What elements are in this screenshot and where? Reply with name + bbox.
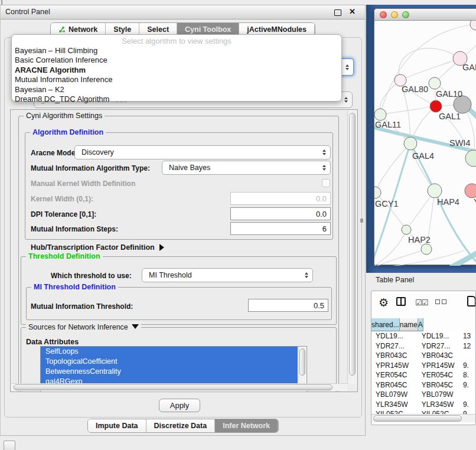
select-all-checkboxes-icon[interactable]: ☑☑ xyxy=(415,298,428,307)
table-panel: ⚙ ☑☑ shared... name A xyxy=(371,291,476,425)
attribute-label: BetweennessCentrality xyxy=(45,367,121,376)
gear-icon[interactable]: ⚙ xyxy=(379,297,389,308)
network-node[interactable] xyxy=(428,184,442,198)
bottom-tab[interactable]: Infer Network xyxy=(215,419,278,432)
close-traffic-light[interactable] xyxy=(380,11,387,18)
scrollbar-thumb[interactable] xyxy=(349,113,356,376)
bottom-tab[interactable]: Impute Data xyxy=(88,419,146,432)
popup-hint: Select algorithm to view settings xyxy=(12,37,341,46)
algorithm-option[interactable]: Mutual Information Inference xyxy=(12,75,341,84)
table-row[interactable]: YIL052C YIL052C 9. xyxy=(371,409,475,414)
scrollbar-thumb[interactable] xyxy=(299,348,305,376)
tab-label: Infer Network xyxy=(223,422,270,430)
column-header[interactable]: A xyxy=(418,318,423,331)
network-node[interactable] xyxy=(374,187,381,198)
network-node[interactable] xyxy=(470,21,476,30)
table-row[interactable]: YBR043C YBR043C xyxy=(371,351,475,361)
minimize-traffic-light[interactable] xyxy=(391,11,398,18)
table-row[interactable]: YBR045C YBR045C 9. xyxy=(371,380,475,390)
which-threshold-combo[interactable]: MI Threshold xyxy=(142,268,313,282)
cell-name: YDL19... xyxy=(418,332,459,340)
new-document-icon[interactable] xyxy=(467,296,476,306)
collapse-down-icon xyxy=(132,324,139,329)
float-window-icon[interactable] xyxy=(334,9,341,16)
algorithm-option[interactable]: Bayesian – K2 xyxy=(12,85,341,94)
bottom-tab[interactable]: Discretize Data xyxy=(146,419,216,432)
settings-horizontal-scrollbar[interactable] xyxy=(11,383,347,391)
network-edge[interactable] xyxy=(374,250,464,266)
attribute-item-selected[interactable]: TopologicalCoefficient xyxy=(41,357,298,367)
tab-label: Discretize Data xyxy=(154,422,207,430)
network-edge[interactable] xyxy=(410,144,435,191)
hub-definition-expander[interactable]: Hub/Transcription Factor Definition xyxy=(31,243,164,252)
network-edge[interactable] xyxy=(399,48,460,80)
algorithm-option-label: Mutual Information Inference xyxy=(15,75,112,84)
algorithm-option[interactable]: Dream8 DC_TDC Algorithm xyxy=(12,94,341,104)
control-panel-window: Control Panel ✕ Network xyxy=(0,5,366,436)
kernel-width-field[interactable]: 0.0 xyxy=(230,192,331,205)
network-node[interactable] xyxy=(465,150,476,167)
attribute-item-selected[interactable]: BetweennessCentrality xyxy=(41,367,298,377)
algorithm-option[interactable]: ARACNE Algorithm xyxy=(12,66,341,75)
panel-splitter-handle[interactable] xyxy=(360,219,363,223)
which-threshold-value: MI Threshold xyxy=(149,271,192,279)
mi-type-combo[interactable]: Naive Bayes xyxy=(162,161,331,175)
column-header[interactable]: shared... xyxy=(371,318,400,331)
network-edge[interactable] xyxy=(375,193,406,230)
settings-vertical-scrollbar[interactable] xyxy=(347,110,357,384)
network-node[interactable] xyxy=(430,100,442,112)
network-node[interactable] xyxy=(404,137,417,150)
algorithm-option-label: ARACNE Algorithm xyxy=(15,66,86,74)
aracne-mode-combo[interactable]: Discovery xyxy=(74,145,331,159)
network-node-label: HAP4 xyxy=(437,197,459,207)
network-node[interactable] xyxy=(374,109,386,120)
network-icon xyxy=(58,26,66,33)
apply-button[interactable]: Apply xyxy=(159,399,200,412)
algorithm-option[interactable]: Bayesian – Hill Climbing xyxy=(12,46,341,56)
combo-arrows-icon xyxy=(345,64,349,70)
dpi-tolerance-value: 0.0 xyxy=(316,210,327,219)
table-header-row: shared... name A xyxy=(371,318,475,331)
zoom-traffic-light[interactable] xyxy=(402,11,409,18)
algorithm-option[interactable]: Basic Correlation Inference xyxy=(12,56,341,65)
dpi-tolerance-field[interactable]: 0.0 xyxy=(230,207,331,220)
network-edge[interactable] xyxy=(374,230,406,266)
cell-name: YBL079W xyxy=(418,390,459,399)
table-row[interactable]: YLR345W YLR345W 9. xyxy=(371,400,475,410)
network-node-label: GAL4 xyxy=(412,151,434,161)
network-node[interactable] xyxy=(402,225,411,234)
table-row[interactable]: YPR145W YPR145W 9. xyxy=(371,361,475,371)
table-panel-title: Table Panel xyxy=(376,276,414,284)
network-edge[interactable] xyxy=(400,58,460,80)
attribute-item-selected[interactable]: SelfLoops xyxy=(41,347,298,357)
column-header[interactable]: name xyxy=(400,318,418,331)
network-canvas[interactable]: GALGAL80GAL10GAL1GAL11GAL4SWI4GCY1HAP4YH… xyxy=(374,21,476,266)
network-node[interactable] xyxy=(429,77,441,89)
cell-name: YPR145W xyxy=(418,361,459,370)
mi-steps-field[interactable]: 6 xyxy=(230,222,331,235)
group-title: Cyni Algorithm Settings xyxy=(24,112,105,120)
close-icon[interactable]: ✕ xyxy=(349,7,356,16)
kernel-width-label: Kernel Width (0,1): xyxy=(31,195,93,203)
mi-threshold-field[interactable]: 0.5 xyxy=(248,299,328,312)
table-row[interactable]: YER054C YER054C 8. xyxy=(371,370,475,380)
network-edge[interactable] xyxy=(374,249,426,266)
sources-expander[interactable]: Sources for Network Inference xyxy=(26,323,141,331)
minimized-panel-icon[interactable] xyxy=(4,441,15,450)
network-edge[interactable] xyxy=(375,144,410,193)
split-columns-icon[interactable] xyxy=(396,297,406,306)
network-window-titlebar[interactable] xyxy=(374,9,476,21)
table-row[interactable]: YDL19... YDL19... 13 xyxy=(371,331,475,341)
network-node[interactable] xyxy=(421,244,432,255)
table-horizontal-scrollbar[interactable] xyxy=(371,414,475,422)
table-panel-region: Table Panel ⚙ ☑☑ shared... name A xyxy=(366,273,476,450)
table-row[interactable]: YBL079W YBL079W xyxy=(371,390,475,400)
scrollbar-thumb[interactable] xyxy=(14,384,332,390)
network-node[interactable] xyxy=(465,184,476,198)
manual-kernel-checkbox[interactable] xyxy=(322,179,330,187)
deselect-checkboxes-icon[interactable] xyxy=(435,299,446,304)
tab-label: Style xyxy=(113,25,131,34)
table-row[interactable]: YDR27... YDR27... 12 xyxy=(371,341,475,351)
scrollbar-thumb[interactable] xyxy=(373,415,462,422)
control-panel-titlebar[interactable]: Control Panel ✕ xyxy=(1,5,365,19)
